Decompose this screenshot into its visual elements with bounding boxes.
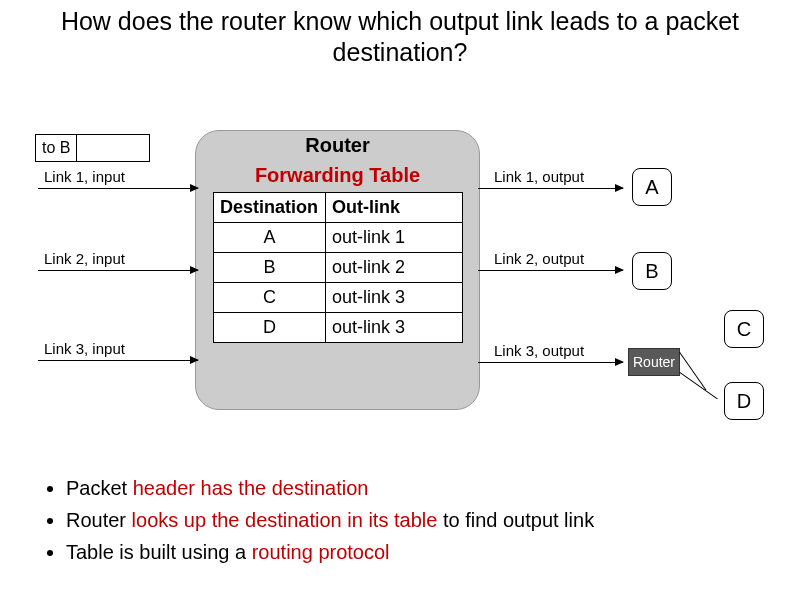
col-outlink: Out-link bbox=[326, 193, 463, 223]
bullet-highlight: routing protocol bbox=[252, 541, 390, 563]
table-row: B out-link 2 bbox=[214, 253, 463, 283]
cell-dest: C bbox=[214, 283, 326, 313]
router-label: Router bbox=[195, 134, 480, 157]
cell-out: out-link 3 bbox=[326, 313, 463, 343]
arrow-output-1 bbox=[478, 188, 623, 189]
bullet-pre: Table is built using a bbox=[66, 541, 252, 563]
col-destination: Destination bbox=[214, 193, 326, 223]
arrow-input-1 bbox=[38, 188, 198, 189]
packet-header: to B bbox=[36, 135, 77, 161]
link-1-input-label: Link 1, input bbox=[44, 168, 125, 185]
bullet-highlight: looks up the destination in its table bbox=[132, 509, 438, 531]
table-row: A out-link 1 bbox=[214, 223, 463, 253]
cell-out: out-link 1 bbox=[326, 223, 463, 253]
arrow-output-2 bbox=[478, 270, 623, 271]
cell-out: out-link 2 bbox=[326, 253, 463, 283]
node-d: D bbox=[724, 382, 764, 420]
bullet-item: Table is built using a routing protocol bbox=[66, 536, 594, 568]
table-header-row: Destination Out-link bbox=[214, 193, 463, 223]
bullet-highlight: header has the destination bbox=[133, 477, 369, 499]
bullet-pre: Packet bbox=[66, 477, 133, 499]
cell-dest: A bbox=[214, 223, 326, 253]
node-a: A bbox=[632, 168, 672, 206]
bullet-pre: Router bbox=[66, 509, 132, 531]
mini-router: Router bbox=[628, 348, 680, 376]
link-2-output-label: Link 2, output bbox=[494, 250, 584, 267]
forwarding-table-title: Forwarding Table bbox=[210, 164, 465, 187]
cell-out: out-link 3 bbox=[326, 283, 463, 313]
page-title: How does the router know which output li… bbox=[0, 0, 800, 69]
link-3-output-label: Link 3, output bbox=[494, 342, 584, 359]
link-1-output-label: Link 1, output bbox=[494, 168, 584, 185]
table-row: C out-link 3 bbox=[214, 283, 463, 313]
arrow-input-3 bbox=[38, 360, 198, 361]
cell-dest: B bbox=[214, 253, 326, 283]
forwarding-table: Destination Out-link A out-link 1 B out-… bbox=[213, 192, 463, 343]
table-row: D out-link 3 bbox=[214, 313, 463, 343]
bullet-item: Packet header has the destination bbox=[66, 472, 594, 504]
link-2-input-label: Link 2, input bbox=[44, 250, 125, 267]
arrow-input-2 bbox=[38, 270, 198, 271]
node-b: B bbox=[632, 252, 672, 290]
node-c: C bbox=[724, 310, 764, 348]
cell-dest: D bbox=[214, 313, 326, 343]
bullet-list: Packet header has the destination Router… bbox=[44, 472, 594, 568]
link-3-input-label: Link 3, input bbox=[44, 340, 125, 357]
diagram-stage: Router Forwarding Table Destination Out-… bbox=[0, 130, 800, 440]
arrow-output-3 bbox=[478, 362, 623, 363]
packet: to B bbox=[35, 134, 150, 162]
bullet-post: to find output link bbox=[437, 509, 594, 531]
bullet-item: Router looks up the destination in its t… bbox=[66, 504, 594, 536]
